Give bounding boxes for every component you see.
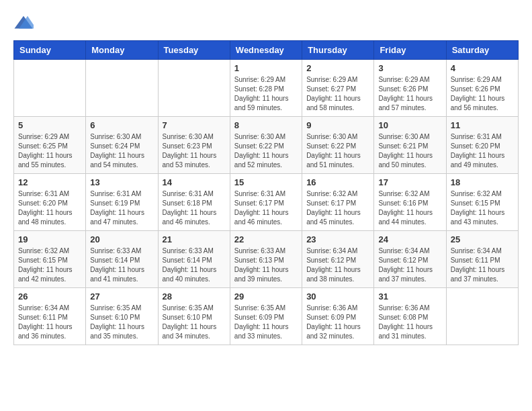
day-number: 9 bbox=[306, 120, 369, 130]
day-number: 31 bbox=[378, 291, 441, 302]
calendar-header-saturday: Saturday bbox=[446, 41, 518, 60]
day-number: 24 bbox=[378, 234, 441, 244]
calendar-cell bbox=[446, 288, 518, 345]
day-info: Sunrise: 6:36 AM Sunset: 6:09 PM Dayligh… bbox=[306, 304, 369, 341]
day-info: Sunrise: 6:32 AM Sunset: 6:17 PM Dayligh… bbox=[306, 189, 369, 227]
day-number: 14 bbox=[163, 177, 226, 187]
logo-icon bbox=[13, 13, 34, 34]
day-info: Sunrise: 6:33 AM Sunset: 6:13 PM Dayligh… bbox=[234, 246, 298, 284]
calendar-cell: 19Sunrise: 6:32 AM Sunset: 6:15 PM Dayli… bbox=[14, 231, 86, 288]
day-info: Sunrise: 6:29 AM Sunset: 6:27 PM Dayligh… bbox=[306, 75, 369, 113]
day-info: Sunrise: 6:34 AM Sunset: 6:12 PM Dayligh… bbox=[378, 246, 441, 284]
logo bbox=[13, 13, 36, 34]
calendar-cell: 4Sunrise: 6:29 AM Sunset: 6:26 PM Daylig… bbox=[446, 60, 518, 117]
day-number: 20 bbox=[90, 234, 153, 244]
calendar-cell: 7Sunrise: 6:30 AM Sunset: 6:23 PM Daylig… bbox=[158, 117, 230, 174]
day-info: Sunrise: 6:35 AM Sunset: 6:10 PM Dayligh… bbox=[163, 304, 226, 341]
calendar-header-wednesday: Wednesday bbox=[230, 41, 302, 60]
day-info: Sunrise: 6:29 AM Sunset: 6:26 PM Dayligh… bbox=[378, 75, 441, 113]
calendar-cell: 17Sunrise: 6:32 AM Sunset: 6:16 PM Dayli… bbox=[374, 174, 446, 231]
day-number: 18 bbox=[451, 177, 514, 187]
calendar-cell: 21Sunrise: 6:33 AM Sunset: 6:14 PM Dayli… bbox=[158, 231, 230, 288]
day-number: 29 bbox=[234, 291, 298, 302]
day-info: Sunrise: 6:31 AM Sunset: 6:18 PM Dayligh… bbox=[163, 189, 226, 227]
day-info: Sunrise: 6:33 AM Sunset: 6:14 PM Dayligh… bbox=[163, 246, 226, 284]
day-info: Sunrise: 6:32 AM Sunset: 6:15 PM Dayligh… bbox=[451, 189, 514, 227]
calendar-cell: 6Sunrise: 6:30 AM Sunset: 6:24 PM Daylig… bbox=[86, 117, 158, 174]
calendar-cell: 27Sunrise: 6:35 AM Sunset: 6:10 PM Dayli… bbox=[86, 288, 158, 345]
day-number: 5 bbox=[18, 120, 81, 130]
day-number: 10 bbox=[378, 120, 441, 130]
calendar-cell: 9Sunrise: 6:30 AM Sunset: 6:22 PM Daylig… bbox=[302, 117, 374, 174]
calendar-cell: 2Sunrise: 6:29 AM Sunset: 6:27 PM Daylig… bbox=[302, 60, 374, 117]
calendar-cell: 1Sunrise: 6:29 AM Sunset: 6:28 PM Daylig… bbox=[230, 60, 302, 117]
day-number: 26 bbox=[18, 291, 81, 302]
calendar-cell: 23Sunrise: 6:34 AM Sunset: 6:12 PM Dayli… bbox=[302, 231, 374, 288]
day-info: Sunrise: 6:34 AM Sunset: 6:11 PM Dayligh… bbox=[18, 304, 81, 341]
calendar-header-friday: Friday bbox=[374, 41, 446, 60]
day-number: 17 bbox=[378, 177, 441, 187]
calendar-cell: 8Sunrise: 6:30 AM Sunset: 6:22 PM Daylig… bbox=[230, 117, 302, 174]
calendar-header-monday: Monday bbox=[86, 41, 158, 60]
day-info: Sunrise: 6:30 AM Sunset: 6:21 PM Dayligh… bbox=[378, 132, 441, 170]
day-info: Sunrise: 6:29 AM Sunset: 6:25 PM Dayligh… bbox=[18, 132, 81, 170]
calendar-header-thursday: Thursday bbox=[302, 41, 374, 60]
day-info: Sunrise: 6:32 AM Sunset: 6:16 PM Dayligh… bbox=[378, 189, 441, 227]
calendar-cell: 15Sunrise: 6:31 AM Sunset: 6:17 PM Dayli… bbox=[230, 174, 302, 231]
calendar-week-2: 5Sunrise: 6:29 AM Sunset: 6:25 PM Daylig… bbox=[14, 117, 519, 174]
calendar-cell: 3Sunrise: 6:29 AM Sunset: 6:26 PM Daylig… bbox=[374, 60, 446, 117]
calendar-header-sunday: Sunday bbox=[14, 41, 86, 60]
calendar-cell: 20Sunrise: 6:33 AM Sunset: 6:14 PM Dayli… bbox=[86, 231, 158, 288]
calendar-cell: 30Sunrise: 6:36 AM Sunset: 6:09 PM Dayli… bbox=[302, 288, 374, 345]
calendar-cell: 14Sunrise: 6:31 AM Sunset: 6:18 PM Dayli… bbox=[158, 174, 230, 231]
day-number: 6 bbox=[90, 120, 153, 130]
calendar-week-1: 1Sunrise: 6:29 AM Sunset: 6:28 PM Daylig… bbox=[14, 60, 519, 117]
calendar-cell: 25Sunrise: 6:34 AM Sunset: 6:11 PM Dayli… bbox=[446, 231, 518, 288]
day-info: Sunrise: 6:31 AM Sunset: 6:17 PM Dayligh… bbox=[234, 189, 298, 227]
day-number: 13 bbox=[90, 177, 153, 187]
calendar-cell: 22Sunrise: 6:33 AM Sunset: 6:13 PM Dayli… bbox=[230, 231, 302, 288]
calendar-cell: 16Sunrise: 6:32 AM Sunset: 6:17 PM Dayli… bbox=[302, 174, 374, 231]
calendar-header-row: SundayMondayTuesdayWednesdayThursdayFrid… bbox=[14, 41, 519, 60]
calendar-cell bbox=[86, 60, 158, 117]
calendar-cell: 24Sunrise: 6:34 AM Sunset: 6:12 PM Dayli… bbox=[374, 231, 446, 288]
calendar-cell: 26Sunrise: 6:34 AM Sunset: 6:11 PM Dayli… bbox=[14, 288, 86, 345]
calendar-week-3: 12Sunrise: 6:31 AM Sunset: 6:20 PM Dayli… bbox=[14, 174, 519, 231]
calendar-cell: 12Sunrise: 6:31 AM Sunset: 6:20 PM Dayli… bbox=[14, 174, 86, 231]
day-number: 21 bbox=[163, 234, 226, 244]
day-info: Sunrise: 6:35 AM Sunset: 6:10 PM Dayligh… bbox=[90, 304, 153, 341]
day-info: Sunrise: 6:30 AM Sunset: 6:24 PM Dayligh… bbox=[90, 132, 153, 170]
day-number: 12 bbox=[18, 177, 81, 187]
day-number: 16 bbox=[306, 177, 369, 187]
calendar-cell: 28Sunrise: 6:35 AM Sunset: 6:10 PM Dayli… bbox=[158, 288, 230, 345]
calendar-cell: 10Sunrise: 6:30 AM Sunset: 6:21 PM Dayli… bbox=[374, 117, 446, 174]
day-info: Sunrise: 6:29 AM Sunset: 6:26 PM Dayligh… bbox=[451, 75, 514, 113]
day-info: Sunrise: 6:34 AM Sunset: 6:11 PM Dayligh… bbox=[451, 246, 514, 284]
day-number: 7 bbox=[163, 120, 226, 130]
day-number: 23 bbox=[306, 234, 369, 244]
day-number: 15 bbox=[234, 177, 298, 187]
day-info: Sunrise: 6:35 AM Sunset: 6:09 PM Dayligh… bbox=[234, 304, 298, 341]
day-number: 25 bbox=[451, 234, 514, 244]
day-number: 1 bbox=[234, 63, 298, 73]
day-info: Sunrise: 6:36 AM Sunset: 6:08 PM Dayligh… bbox=[378, 304, 441, 341]
day-number: 8 bbox=[234, 120, 298, 130]
day-info: Sunrise: 6:31 AM Sunset: 6:20 PM Dayligh… bbox=[18, 189, 81, 227]
calendar-week-5: 26Sunrise: 6:34 AM Sunset: 6:11 PM Dayli… bbox=[14, 288, 519, 345]
day-number: 28 bbox=[163, 291, 226, 302]
page-header bbox=[13, 13, 519, 34]
day-number: 27 bbox=[90, 291, 153, 302]
calendar-cell: 5Sunrise: 6:29 AM Sunset: 6:25 PM Daylig… bbox=[14, 117, 86, 174]
day-info: Sunrise: 6:31 AM Sunset: 6:19 PM Dayligh… bbox=[90, 189, 153, 227]
calendar-header-tuesday: Tuesday bbox=[158, 41, 230, 60]
day-info: Sunrise: 6:34 AM Sunset: 6:12 PM Dayligh… bbox=[306, 246, 369, 284]
day-info: Sunrise: 6:32 AM Sunset: 6:15 PM Dayligh… bbox=[18, 246, 81, 284]
calendar-cell: 13Sunrise: 6:31 AM Sunset: 6:19 PM Dayli… bbox=[86, 174, 158, 231]
day-number: 19 bbox=[18, 234, 81, 244]
calendar-cell: 31Sunrise: 6:36 AM Sunset: 6:08 PM Dayli… bbox=[374, 288, 446, 345]
day-info: Sunrise: 6:31 AM Sunset: 6:20 PM Dayligh… bbox=[451, 132, 514, 170]
day-info: Sunrise: 6:33 AM Sunset: 6:14 PM Dayligh… bbox=[90, 246, 153, 284]
calendar-cell bbox=[158, 60, 230, 117]
calendar: SundayMondayTuesdayWednesdayThursdayFrid… bbox=[13, 40, 519, 345]
day-number: 30 bbox=[306, 291, 369, 302]
